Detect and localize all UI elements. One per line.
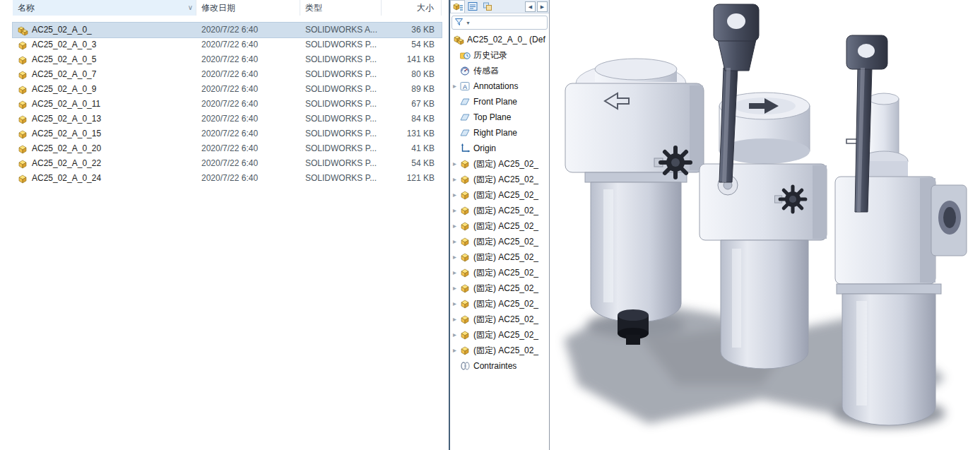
solidworks-part-file-icon [17,129,28,140]
file-date-modified: 2020/7/22 6:40 [196,37,300,52]
expand-arrow-icon[interactable]: ▸ [450,187,459,203]
expand-arrow-icon[interactable]: ▸ [450,234,459,249]
tree-item[interactable]: ▸(固定) AC25_02_ [450,172,550,187]
expand-arrow-icon[interactable]: ▸ [450,343,459,358]
tree-filter-box[interactable]: ▼ [451,16,548,30]
file-row[interactable]: AC25_02_A_0_52020/7/22 6:40SOLIDWORKS P.… [13,52,442,67]
tree-item[interactable]: ▸(固定) AC25_02_ [450,203,550,218]
file-date-modified: 2020/7/22 6:40 [196,126,300,141]
tree-item-label: (固定) AC25_02_ [473,251,538,264]
column-header-name[interactable]: 名称 ∨ [13,0,196,16]
file-size: 121 KB [382,171,442,186]
propertymanager-tab[interactable] [465,0,480,13]
tree-item[interactable]: ▸(固定) AC25_02_ [450,187,550,203]
configurationmanager-tab[interactable] [480,0,495,13]
tree-item-label: (固定) AC25_02_ [473,329,538,341]
tree-item[interactable]: ▸(固定) AC25_02_ [450,312,550,327]
file-list-header: 名称 ∨ 修改日期 类型 大小 [13,0,442,16]
file-row[interactable]: AC25_02_A_0_92020/7/22 6:40SOLIDWORKS P.… [13,82,442,97]
panel-collapse-left-button[interactable]: ◀ [525,1,536,12]
filter-dropdown-icon[interactable]: ▼ [466,20,471,25]
tree-item[interactable]: Origin [450,141,550,156]
column-header-date[interactable]: 修改日期 [196,0,300,16]
window-divider [445,0,450,450]
expand-arrow-icon[interactable]: ▸ [450,280,459,296]
assembly-icon [453,34,464,45]
expand-arrow-icon[interactable]: ▸ [450,312,459,327]
column-header-size[interactable]: 大小 [382,0,442,16]
expand-arrow-icon[interactable]: ▸ [450,296,459,312]
expand-arrow-icon[interactable]: ▸ [450,156,459,172]
file-size: 67 KB [382,97,442,112]
tree-item-label: (固定) AC25_02_ [473,283,538,295]
file-row[interactable]: AC25_02_A_0_72020/7/22 6:40SOLIDWORKS P.… [13,67,442,82]
tree-item[interactable]: ▸(固定) AC25_02_ [450,280,550,296]
tree-item[interactable]: ▸(固定) AC25_02_ [450,218,550,234]
part-icon [459,283,471,294]
tree-item[interactable]: AC25_02_A_0_ (Def [450,32,550,47]
file-size: 41 KB [382,141,442,156]
file-row[interactable]: AC25_02_A_0_2020/7/22 6:40SOLIDWORKS A..… [13,23,442,37]
panel-expand-right-button[interactable]: ▶ [537,1,548,12]
file-size: 84 KB [382,112,442,126]
part-icon [459,298,471,309]
file-type: SOLIDWORKS P... [300,126,382,141]
expand-arrow-icon[interactable]: ▸ [450,172,459,187]
part-icon [459,205,471,216]
expand-arrow-icon[interactable]: ▸ [450,327,459,343]
file-size: 80 KB [382,67,442,82]
featuremanager-tree-tab[interactable] [450,0,465,13]
tree-item[interactable]: ▸(固定) AC25_02_ [450,265,550,280]
file-row[interactable]: AC25_02_A_0_112020/7/22 6:40SOLIDWORKS P… [13,97,442,112]
part-icon [459,236,471,247]
expand-arrow-icon[interactable]: ▸ [450,218,459,234]
file-name: AC25_02_A_0_5 [32,52,96,67]
column-header-type[interactable]: 类型 [300,0,382,16]
file-date-modified: 2020/7/22 6:40 [196,52,300,67]
file-row[interactable]: AC25_02_A_0_32020/7/22 6:40SOLIDWORKS P.… [13,37,442,52]
file-row[interactable]: AC25_02_A_0_222020/7/22 6:40SOLIDWORKS P… [13,156,442,171]
tree-item[interactable]: 历史记录 [450,47,550,63]
file-row[interactable]: AC25_02_A_0_242020/7/22 6:40SOLIDWORKS P… [13,171,442,186]
tree-item-label: (固定) AC25_02_ [473,298,538,310]
expand-arrow-icon[interactable]: ▸ [450,265,459,280]
graphics-area[interactable] [550,0,980,450]
screen: 件 T 名称 ∨ 修改日期 类型 大小 AC25_02_A_0_2020/7/2… [0,0,980,450]
solidworks-part-file-icon [17,54,28,66]
tree-item[interactable]: Contraintes [450,358,550,374]
file-size: 131 KB [382,126,442,141]
file-date-modified: 2020/7/22 6:40 [196,67,300,82]
tree-item-label: Origin [473,143,496,153]
file-row[interactable]: AC25_02_A_0_152020/7/22 6:40SOLIDWORKS P… [13,126,442,141]
expand-arrow-icon[interactable]: ▸ [450,78,459,94]
tree-item[interactable]: ▸(固定) AC25_02_ [450,249,550,265]
file-name: AC25_02_A_0_24 [32,171,101,186]
tree-item[interactable]: Front Plane [450,94,550,109]
file-row[interactable]: AC25_02_A_0_202020/7/22 6:40SOLIDWORKS P… [13,141,442,156]
lubricator-unit[interactable] [835,93,967,425]
file-name: AC25_02_A_0_9 [32,82,96,97]
column-filter-dropdown-icon[interactable]: ∨ [188,0,193,16]
tree-item[interactable]: Top Plane [450,109,550,125]
expand-arrow-icon[interactable]: ▸ [450,203,459,218]
file-name: AC25_02_A_0_3 [32,37,96,52]
tree-item[interactable]: ▸(固定) AC25_02_ [450,343,550,358]
file-explorer-panel: 名称 ∨ 修改日期 类型 大小 AC25_02_A_0_2020/7/22 6:… [0,0,445,450]
part-icon [459,314,471,325]
tree-item[interactable]: Right Plane [450,125,550,141]
tree-item-label: (固定) AC25_02_ [473,205,538,217]
tree-item[interactable]: 传感器 [450,63,550,78]
mates-icon [459,360,471,372]
tree-item[interactable]: ▸(固定) AC25_02_ [450,327,550,343]
file-row[interactable]: AC25_02_A_0_132020/7/22 6:40SOLIDWORKS P… [13,112,442,126]
part-icon [459,174,471,185]
tree-item[interactable]: ▸AAnnotations [450,78,550,94]
3d-model[interactable] [550,0,980,450]
expand-arrow-icon[interactable]: ▸ [450,249,459,265]
tree-item[interactable]: ▸(固定) AC25_02_ [450,156,550,172]
filter-unit[interactable] [565,59,704,345]
file-date-modified: 2020/7/22 6:40 [196,141,300,156]
tree-item[interactable]: ▸(固定) AC25_02_ [450,234,550,249]
tree-item-label: (固定) AC25_02_ [473,236,538,248]
tree-item[interactable]: ▸(固定) AC25_02_ [450,296,550,312]
